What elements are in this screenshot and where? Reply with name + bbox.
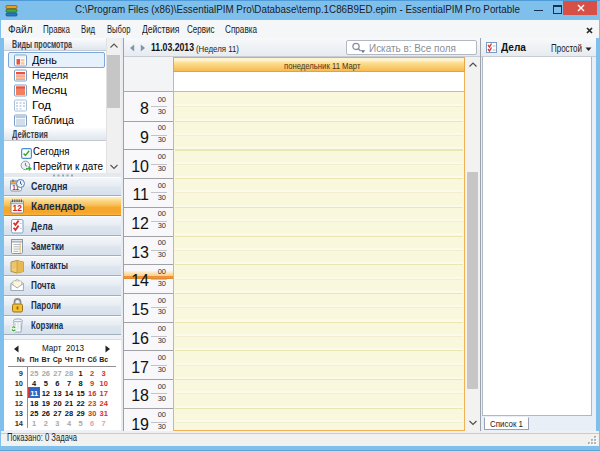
svg-text:12: 12 <box>13 203 23 213</box>
